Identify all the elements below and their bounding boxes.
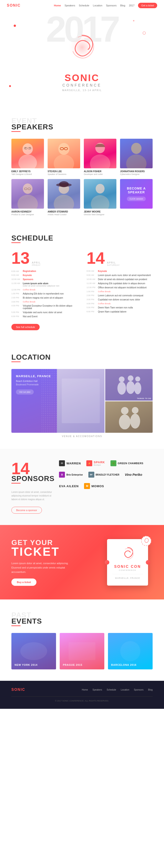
sched-item: 9:00 AM Keynote (11, 274, 77, 277)
sched-item: 5:00 PM Vulputate sed auris nunc dolor s… (11, 311, 77, 314)
footer-bottom: © 2017 SONIC CONFERENCE. ALL RIGHTS RESE… (11, 696, 153, 702)
sponsor-logo-green-chambers: 🌿 GREEN CHAMBERS (110, 460, 143, 466)
footer-top: SONIC Home Speakers Schedule Location Sp… (11, 688, 153, 692)
buy-ticket-button[interactable]: Buy a ticket (11, 579, 36, 586)
sponsor-logo-spark: ⚡ SPARK Boutique (86, 460, 105, 466)
navigation: SONIC Home Speakers Schedule Location Sp… (0, 0, 164, 11)
speaker-card-7: JENNY MOORE Director New Designer (84, 179, 117, 216)
sched-item: 8:00 AM Registration (11, 270, 77, 272)
location-venue: Beach Exhibition Hall (16, 380, 53, 382)
schedule-day2: 14 APRIL SATURDAY 8:00 AM Keynote 9:00 A… (87, 250, 153, 319)
footer-link-blog[interactable]: Blog (148, 688, 153, 691)
svg-point-17 (18, 195, 38, 209)
ticket-card-area: SONIC CON CONFERENCE MARSEILLE, FRANCE (107, 539, 153, 586)
sponsor-logo-warren: ✉ WARREN (59, 460, 81, 466)
see-all-schedule-button[interactable]: See full schedule (11, 324, 40, 330)
speaker-card-3: ALISON FISHER Developer and coder (84, 139, 117, 175)
sched-item: 12:00 PM Office deserunt nisi aliquam in… (87, 286, 153, 289)
speaker-role: Artistic Head Curator (47, 213, 80, 216)
location-map-card: MARSEILLE, FRANCE Beach Exhibition Hall … (11, 369, 57, 433)
nav-cta-button[interactable]: Get a ticket (138, 3, 157, 8)
speaker-role: Director New Designer (84, 213, 117, 216)
svg-point-23 (59, 181, 69, 187)
nav-sponsors[interactable]: Sponsors (106, 4, 117, 7)
sched-item: 11:00 AM Lorem ipsum ante alum Dolor sit… (11, 282, 77, 287)
nav-logo[interactable]: SONIC (7, 3, 21, 7)
sched-item: 1:00 PM Coffee Break (87, 290, 153, 293)
day1-date: 13 (11, 250, 30, 266)
footer-link-sponsors[interactable]: Sponsors (134, 688, 143, 691)
speaker-name: AMBER STEWARD (47, 211, 80, 213)
ticket-card-subtitle: CONFERENCE (112, 569, 142, 571)
become-speaker-card: BECOME A SPEAKER CLICK session (120, 179, 153, 216)
svg-point-34 (132, 407, 138, 414)
nav-home[interactable]: Home (54, 4, 61, 7)
past-event-title-1: NEW YORK 2014 (14, 663, 38, 666)
past-events-title: PAST EVENTS (11, 611, 153, 626)
sched-item: 8:00 AM Keynote (87, 270, 153, 272)
location-title: LOCATION (11, 353, 153, 362)
become-speaker-button[interactable]: CLICK session (127, 196, 146, 201)
schedule-title: SCHEDULE (11, 234, 153, 243)
past-event-title-2: PRAGUE 2015 (63, 663, 83, 666)
location-city: MARSEILLE, FRANCE (16, 374, 53, 378)
day2-month: APRIL (107, 261, 120, 264)
location-venue-label: VENUE & ACCOMODATIONS (11, 435, 153, 437)
ticket-pretitle: GET YOUR (11, 539, 98, 547)
footer-copyright: © 2017 SONIC CONFERENCE. ALL RIGHTS RESE… (11, 700, 153, 702)
sponsor-logo-vino: Vino Periko (125, 473, 142, 476)
svg-rect-37 (69, 642, 95, 660)
svg-point-13 (90, 154, 110, 168)
nav-speakers[interactable]: Speakers (64, 4, 75, 7)
sched-item: 10:00 AM Dolor sit amet ets dolored cupi… (87, 278, 153, 281)
day1-events: 8:00 AM Registration 9:00 AM Keynote 10:… (11, 270, 77, 318)
footer-link-home[interactable]: Home (82, 688, 88, 691)
past-event-3: BARCELONA 2016 (108, 633, 153, 670)
day2-label: SATURDAY (107, 264, 120, 266)
speaker-card-6: AMBER STEWARD Artistic Head Curator (47, 179, 80, 216)
nav-location[interactable]: Location (93, 4, 102, 7)
sched-item: 6:00 PM Nisi and Event (11, 315, 77, 318)
sched-item: 3:00 PM Cupidatat non dolore occaecat nu… (87, 298, 153, 301)
svg-point-26 (119, 376, 125, 382)
become-sponsor-button[interactable]: Become a sponsor (11, 507, 42, 514)
day2-events: 8:00 AM Keynote 9:00 AM Lorem ipsum auri… (87, 270, 153, 313)
svg-point-1 (23, 143, 33, 154)
nav-blog[interactable]: Blog (120, 4, 125, 7)
sponsors-logos-grid: ✉ WARREN ⚡ SPARK Boutique 🌿 (59, 460, 153, 489)
speaker-role: Product & User Designer (11, 213, 44, 216)
day1-month: APRIL (32, 261, 41, 264)
footer: SONIC Home Speakers Schedule Location Sp… (0, 681, 164, 709)
footer-link-speakers[interactable]: Speakers (93, 688, 102, 691)
sponsor-logo-eva: EVA AILEEN (59, 485, 78, 488)
svg-point-27 (118, 382, 126, 395)
nav-links: Home Speakers Schedule Location Sponsors… (54, 3, 157, 8)
location-photo-1 (57, 369, 104, 433)
ticket-card-title: SONIC CON (112, 565, 142, 569)
sched-item: 12:00 PM Coffee Break (11, 288, 77, 291)
past-event-1: NEW YORK 2014 (11, 633, 56, 670)
footer-link-schedule[interactable]: Schedule (107, 688, 116, 691)
hero-title: SONIC (9, 72, 155, 83)
sched-item: 5:00 PM Deem Nam Tiam veniam non nulla (87, 306, 153, 309)
nav-year[interactable]: 2017 (129, 4, 134, 7)
past-events-section: PAST EVENTS NEW YORK 2014 PRAGUE 2015 (0, 599, 164, 681)
location-photo-2: THINGS TO DO (105, 369, 153, 401)
speaker-name: JOHNATHAN ROGERS (120, 170, 153, 173)
speaker-name: AARON KENNEDY (11, 211, 44, 213)
footer-link-location[interactable]: Location (121, 688, 129, 691)
day2-date: 14 (87, 250, 105, 266)
svg-point-35 (130, 414, 140, 429)
speakers-row-1: EMILY JEFFREYS Talk Designer & Brand STE… (11, 139, 153, 175)
speaker-role: Talk Designer & Brand (11, 173, 44, 175)
speaker-name: EMILY JEFFREYS (11, 170, 44, 173)
svg-point-14 (131, 143, 142, 154)
svg-point-15 (126, 154, 146, 168)
speakers-row-2: AARON KENNEDY Product & User Designer AM… (11, 179, 153, 216)
nav-schedule[interactable]: Schedule (79, 4, 89, 7)
sched-item: 2:00 PM Lorem Laborum aut est commodo co… (87, 294, 153, 297)
svg-point-2 (19, 154, 37, 168)
sched-item: 2:00 PM Bi dolore magna nisi anim sit et… (11, 297, 77, 299)
footer-logo: SONIC (11, 688, 25, 692)
location-map-button[interactable]: Voir sur plan (16, 390, 34, 395)
